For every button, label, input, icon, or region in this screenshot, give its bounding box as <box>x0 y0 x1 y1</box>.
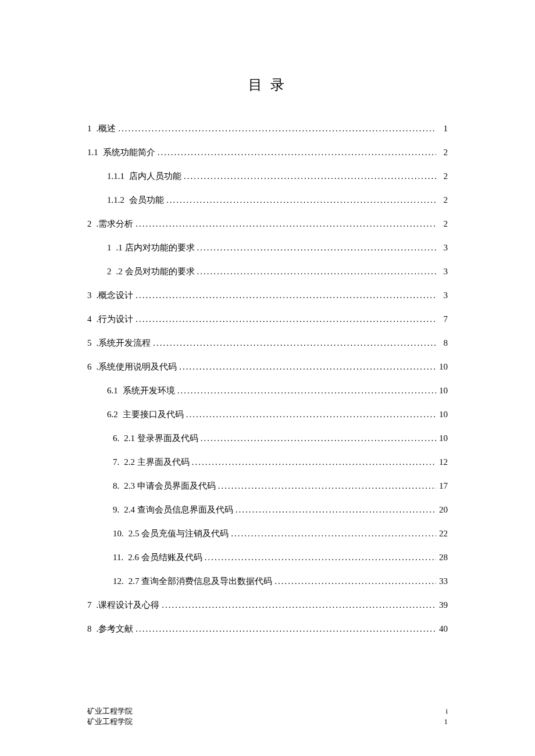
toc-entry: 4.行为设计7 <box>87 314 448 325</box>
toc-entry-page: 17 <box>436 481 448 491</box>
toc-leader-dots <box>190 457 436 467</box>
toc-leader-dots <box>133 219 436 229</box>
toc-entry-page: 10 <box>436 362 448 372</box>
toc-entry-number: 5 <box>87 338 97 348</box>
toc-entry-number: 1 <box>87 124 97 134</box>
toc-entry: 1.1.2会员功能2 <box>87 195 448 206</box>
toc-entry: 6.2.1 登录界面及代码10 <box>87 433 448 444</box>
footer-page-arabic: 1 <box>444 716 448 727</box>
toc-entry-label: 会员功能 <box>129 195 164 206</box>
toc-leader-dots <box>177 362 436 372</box>
toc-entry: 1.概述1 <box>87 123 448 134</box>
toc-entry: 6.1系统开发环境10 <box>87 385 448 396</box>
toc-entry-label: .行为设计 <box>97 314 134 325</box>
toc-leader-dots <box>155 148 436 157</box>
toc-entry-number: 7. <box>113 457 124 467</box>
toc-entry-number: 11. <box>113 553 128 562</box>
toc-entry-number: 8 <box>87 624 97 634</box>
toc-entry-number: 7 <box>87 600 97 610</box>
toc-entry-page: 3 <box>436 291 448 300</box>
toc-leader-dots <box>133 314 436 324</box>
toc-entry-number: 6.2 <box>107 410 123 420</box>
toc-entry: 9.2.4 查询会员信息界面及代码20 <box>87 504 448 515</box>
toc-entry-page: 12 <box>436 457 448 467</box>
toc-entry-page: 10 <box>436 433 448 443</box>
toc-entry-label: .2 会员对功能的要求 <box>116 266 195 277</box>
toc-entry-page: 39 <box>436 600 448 610</box>
toc-entry-label: .系统开发流程 <box>97 338 151 349</box>
toc-title: 目 录 <box>87 76 448 94</box>
toc-entry-number: 1 <box>107 243 116 253</box>
toc-entry: 7.课程设计及心得39 <box>87 600 448 611</box>
toc-entry-page: 28 <box>436 553 448 562</box>
toc-entry-label: .参考文献 <box>97 624 134 635</box>
toc-entry-label: 店内人员功能 <box>129 171 181 182</box>
toc-leader-dots <box>195 243 437 253</box>
toc-entry-number: 9. <box>113 505 124 515</box>
toc-entry-page: 22 <box>436 529 448 539</box>
toc-entry-number: 12. <box>113 576 129 586</box>
toc-leader-dots <box>202 553 436 562</box>
toc-leader-dots <box>181 171 436 181</box>
toc-leader-dots <box>184 410 436 420</box>
toc-entry-page: 10 <box>436 386 448 396</box>
toc-entry-page: 1 <box>436 124 448 134</box>
footer-row-1: 矿业工程学院 i <box>87 706 448 716</box>
toc-entry-page: 33 <box>436 576 448 586</box>
toc-entry-number: 8. <box>113 481 124 491</box>
page-footer: 矿业工程学院 i 矿业工程学院 1 <box>87 706 448 727</box>
toc-entry-label: 2.5 会员充值与注销及代码 <box>129 528 229 539</box>
toc-entry-page: 3 <box>436 243 448 253</box>
toc-leader-dots <box>116 124 436 134</box>
toc-entry-label: 2.4 查询会员信息界面及代码 <box>124 504 233 515</box>
toc-entry: 8.参考文献40 <box>87 624 448 635</box>
toc-entry: 8.2.3 申请会员界面及代码17 <box>87 481 448 492</box>
footer-row-2: 矿业工程学院 1 <box>87 716 448 727</box>
toc-entry-page: 7 <box>436 314 448 324</box>
toc-leader-dots <box>175 386 436 396</box>
toc-leader-dots <box>195 267 437 277</box>
toc-leader-dots <box>151 338 436 348</box>
toc-entry-number: 6. <box>113 433 124 443</box>
toc-entry-label: 2.3 申请会员界面及代码 <box>124 481 216 492</box>
toc-entry: 10.2.5 会员充值与注销及代码22 <box>87 528 448 539</box>
footer-institution: 矿业工程学院 <box>87 716 133 727</box>
toc-leader-dots <box>272 576 436 586</box>
toc-entry: 7.2.2 主界面及代码12 <box>87 457 448 468</box>
toc-entry-number: 3 <box>87 291 97 300</box>
toc-entry-label: .系统使用说明及代码 <box>97 361 177 372</box>
toc-entry-page: 2 <box>436 171 448 181</box>
toc-entry-label: .课程设计及心得 <box>97 600 160 611</box>
toc-leader-dots <box>229 529 436 539</box>
toc-entry: 12.2.7 查询全部消费信息及导出数据代码33 <box>87 576 448 587</box>
toc-leader-dots <box>216 481 436 491</box>
toc-entry-number: 4 <box>87 314 97 324</box>
toc-entry-label: .概述 <box>97 123 116 134</box>
toc-entry-label: 系统开发环境 <box>123 385 175 396</box>
toc-entry-page: 2 <box>436 195 448 205</box>
toc-entry-number: 1.1 <box>87 148 103 157</box>
toc-entry-number: 2 <box>87 219 97 229</box>
toc-entry: 1.1 店内对功能的要求3 <box>87 242 448 253</box>
toc-entry-page: 10 <box>436 410 448 420</box>
toc-entry-label: 2.1 登录界面及代码 <box>124 433 198 444</box>
toc-container: 1.概述11.1系统功能简介21.1.1店内人员功能21.1.2会员功能22.需… <box>87 123 448 635</box>
toc-leader-dots <box>164 195 436 205</box>
toc-leader-dots <box>133 291 436 300</box>
toc-entry-label: 2.7 查询全部消费信息及导出数据代码 <box>129 576 273 587</box>
toc-entry-page: 3 <box>436 267 448 277</box>
toc-leader-dots <box>133 624 436 634</box>
toc-entry-number: 1.1.1 <box>107 171 129 181</box>
toc-entry-label: .1 店内对功能的要求 <box>116 242 195 253</box>
toc-entry: 1.1系统功能简介2 <box>87 147 448 158</box>
toc-entry: 6.2主要接口及代码10 <box>87 409 448 420</box>
toc-leader-dots <box>159 600 436 610</box>
toc-entry-page: 2 <box>436 219 448 229</box>
toc-entry-label: 系统功能简介 <box>103 147 155 158</box>
toc-entry-label: 2.6 会员结账及代码 <box>128 552 202 563</box>
toc-entry-number: 1.1.2 <box>107 195 129 205</box>
toc-entry-number: 10. <box>113 529 129 539</box>
toc-entry: 6.系统使用说明及代码10 <box>87 361 448 372</box>
toc-entry-number: 6.1 <box>107 386 123 396</box>
toc-entry-page: 8 <box>436 338 448 348</box>
